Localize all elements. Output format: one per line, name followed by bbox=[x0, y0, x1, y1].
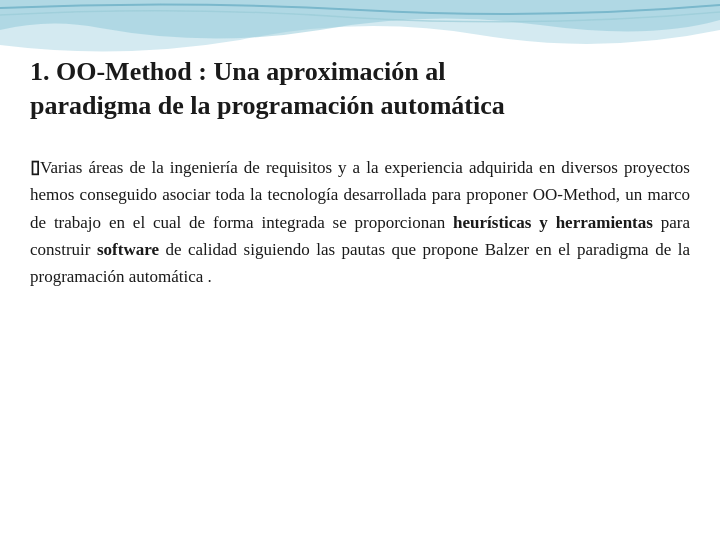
title-line1: 1. OO-Method : Una aproximación al bbox=[30, 55, 690, 89]
slide-title: 1. OO-Method : Una aproximación al parad… bbox=[30, 55, 690, 123]
body-section: ▯Varias áreas de la ingeniería de requis… bbox=[30, 153, 690, 291]
content-area: 1. OO-Method : Una aproximación al parad… bbox=[30, 55, 690, 520]
title-section: 1. OO-Method : Una aproximación al parad… bbox=[30, 55, 690, 123]
opening-char: ▯ bbox=[30, 157, 40, 177]
body-paragraph: ▯Varias áreas de la ingeniería de requis… bbox=[30, 153, 690, 291]
wave-decoration bbox=[0, 0, 720, 60]
title-line2: paradigma de la programación automática bbox=[30, 89, 690, 123]
